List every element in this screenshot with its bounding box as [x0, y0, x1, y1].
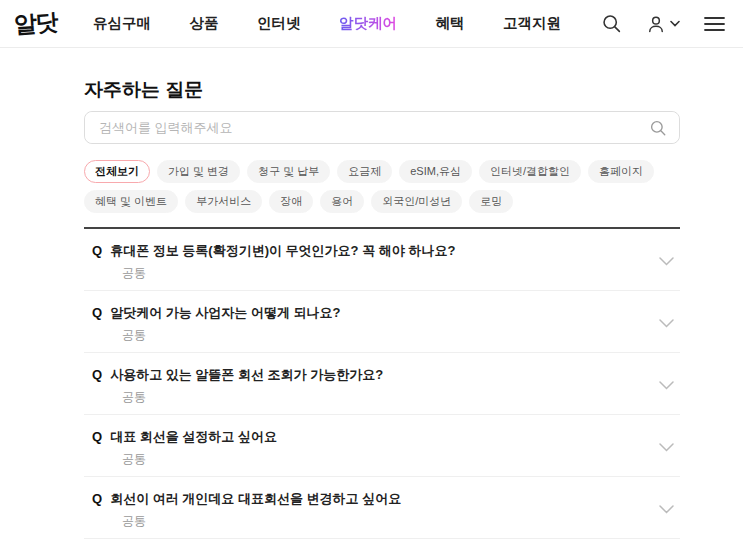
filter-chip-join-change[interactable]: 가입 및 변경 — [157, 160, 240, 183]
faq-item[interactable]: Q 회선이 여러 개인데요 대표회선을 변경하고 싶어요 공통 — [84, 477, 680, 539]
faq-item-text: Q 휴대폰 정보 등록(확정기변)이 무엇인가요? 꼭 해야 하나요? 공통 — [92, 242, 455, 280]
faq-question: 알닷케어 가능 사업자는 어떻게 되나요? — [110, 304, 340, 321]
nav-item-usim-purchase[interactable]: 유심구매 — [93, 14, 151, 33]
faq-question: 대표 회선을 설정하고 싶어요 — [110, 428, 277, 445]
faq-item-text: Q 사용하고 있는 알뜰폰 회선 조회가 가능한가요? 공통 — [92, 366, 383, 404]
faq-question: 회선이 여러 개인데요 대표회선을 변경하고 싶어요 — [110, 490, 401, 507]
faq-category: 공통 — [122, 452, 277, 466]
faq-item[interactable]: Q 알닷케어 가능 사업자는 어떻게 되나요? 공통 — [84, 291, 680, 353]
faq-search-box — [84, 111, 680, 144]
faq-category-filters: 전체보기 가입 및 변경 청구 및 납부 요금제 eSIM,유심 인터넷/결합할… — [84, 160, 684, 213]
filter-chip-homepage[interactable]: 홈페이지 — [588, 160, 654, 183]
filter-chip-foreigner-minor[interactable]: 외국인/미성년 — [371, 190, 462, 213]
faq-item[interactable]: Q 사용하고 있는 알뜰폰 회선 조회가 가능한가요? 공통 — [84, 353, 680, 415]
nav-item-benefits[interactable]: 혜택 — [436, 14, 465, 33]
q-marker: Q — [92, 304, 102, 321]
q-marker: Q — [92, 242, 102, 259]
faq-item-text: Q 회선이 여러 개인데요 대표회선을 변경하고 싶어요 공통 — [92, 490, 401, 528]
faq-list: Q 휴대폰 정보 등록(확정기변)이 무엇인가요? 꼭 해야 하나요? 공통 Q… — [84, 227, 680, 554]
nav-item-aldot-care[interactable]: 알닷케어 — [339, 14, 397, 33]
header-icon-group — [601, 13, 725, 34]
search-icon[interactable] — [601, 13, 622, 34]
faq-question: 휴대폰 정보 등록(확정기변)이 무엇인가요? 꼭 해야 하나요? — [110, 242, 455, 259]
faq-item[interactable]: Q 실시간 요금 및 음성/데이터 잔여량을 확인하고 싶어요. 공통 — [84, 539, 680, 554]
q-marker: Q — [92, 428, 102, 445]
faq-page: 자주하는 질문 전체보기 가입 및 변경 청구 및 납부 요금제 eSIM,유심… — [84, 78, 680, 554]
chevron-down-icon[interactable] — [659, 376, 674, 394]
q-marker: Q — [92, 490, 102, 507]
faq-question: 사용하고 있는 알뜰폰 회선 조회가 가능한가요? — [110, 366, 383, 383]
faq-category: 공통 — [122, 390, 383, 404]
top-navigation-bar: 알닷 유심구매 상품 인터넷 알닷케어 혜택 고객지원 — [0, 0, 743, 48]
page-title: 자주하는 질문 — [84, 78, 680, 101]
aldot-logo[interactable]: 알닷 — [13, 7, 58, 41]
faq-item-text: Q 알닷케어 가능 사업자는 어떻게 되나요? 공통 — [92, 304, 341, 342]
filter-chip-disability[interactable]: 장애 — [269, 190, 313, 213]
filter-chip-billing[interactable]: 청구 및 납부 — [247, 160, 330, 183]
filter-chip-benefits-events[interactable]: 혜택 및 이벤트 — [84, 190, 178, 213]
filter-chip-all[interactable]: 전체보기 — [84, 160, 150, 183]
faq-item[interactable]: Q 대표 회선을 설정하고 싶어요 공통 — [84, 415, 680, 477]
account-menu[interactable] — [646, 14, 680, 34]
filter-chip-roaming[interactable]: 로밍 — [469, 190, 513, 213]
user-icon — [646, 14, 666, 34]
faq-item[interactable]: Q 휴대폰 정보 등록(확정기변)이 무엇인가요? 꼭 해야 하나요? 공통 — [84, 229, 680, 291]
filter-chip-esim-usim[interactable]: eSIM,유심 — [399, 160, 472, 183]
nav-item-products[interactable]: 상품 — [190, 14, 219, 33]
filter-chip-addon-services[interactable]: 부가서비스 — [185, 190, 262, 213]
filter-chip-terms[interactable]: 용어 — [320, 190, 364, 213]
chevron-down-icon[interactable] — [659, 500, 674, 518]
chevron-down-icon[interactable] — [659, 314, 674, 332]
nav-item-internet[interactable]: 인터넷 — [257, 14, 301, 33]
q-marker: Q — [92, 366, 102, 383]
chevron-down-icon — [670, 20, 680, 27]
main-nav: 유심구매 상품 인터넷 알닷케어 혜택 고객지원 — [93, 14, 561, 33]
faq-category: 공통 — [122, 514, 401, 528]
filter-chip-internet-bundle[interactable]: 인터넷/결합할인 — [479, 160, 581, 183]
chevron-down-icon[interactable] — [659, 438, 674, 456]
search-input[interactable] — [85, 112, 679, 143]
nav-item-customer-support[interactable]: 고객지원 — [503, 14, 561, 33]
faq-item-text: Q 대표 회선을 설정하고 싶어요 공통 — [92, 428, 277, 466]
faq-category: 공통 — [122, 328, 341, 342]
chevron-down-icon[interactable] — [659, 252, 674, 270]
filter-chip-plans[interactable]: 요금제 — [337, 160, 392, 183]
search-submit-icon[interactable] — [649, 119, 667, 141]
faq-category: 공통 — [122, 266, 455, 280]
menu-icon[interactable] — [704, 16, 725, 32]
